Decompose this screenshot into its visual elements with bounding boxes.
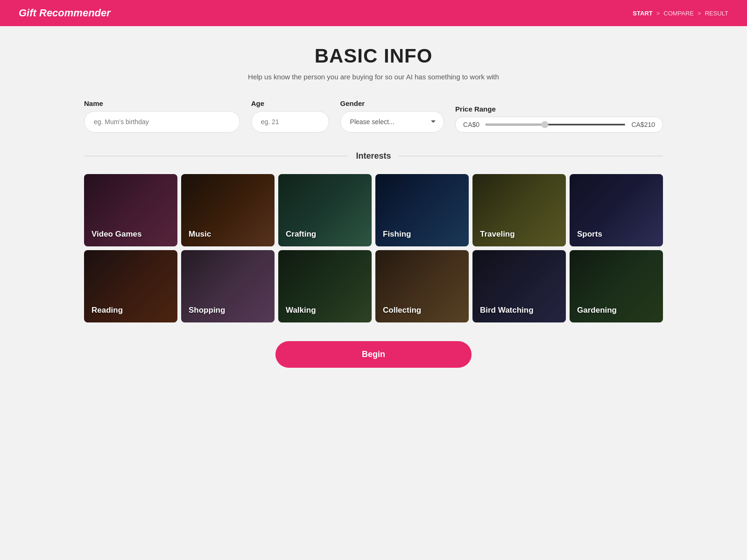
interest-label-traveling: Traveling xyxy=(472,222,566,246)
price-min-label: CA$0 xyxy=(463,121,479,128)
age-label: Age xyxy=(251,99,329,107)
interest-card-crafting[interactable]: Crafting xyxy=(278,174,372,246)
price-label: Price Range xyxy=(455,105,663,113)
app-logo: Gift Recommender xyxy=(19,7,111,19)
breadcrumb: START > COMPARE > RESULT xyxy=(633,10,728,17)
interest-label-shopping: Shopping xyxy=(181,298,275,322)
interest-label-bird-watching: Bird Watching xyxy=(472,298,566,322)
page-title: BASIC INFO xyxy=(84,45,663,67)
interest-card-gardening[interactable]: Gardening xyxy=(570,250,663,322)
interest-card-reading[interactable]: Reading xyxy=(84,250,177,322)
page-subtitle: Help us know the person you are buying f… xyxy=(84,73,663,81)
interest-label-video-games: Video Games xyxy=(84,222,177,246)
breadcrumb-start: START xyxy=(633,10,652,17)
interest-card-bird-watching[interactable]: Bird Watching xyxy=(472,250,566,322)
interest-card-collecting[interactable]: Collecting xyxy=(375,250,469,322)
form-row: Name Age Gender Please select... Male Fe… xyxy=(84,99,663,133)
interest-label-sports: Sports xyxy=(570,222,663,246)
interest-grid: Video GamesMusicCraftingFishingTraveling… xyxy=(84,174,663,322)
breadcrumb-sep2: > xyxy=(698,10,701,17)
breadcrumb-result[interactable]: RESULT xyxy=(705,10,728,17)
main-content: BASIC INFO Help us know the person you a… xyxy=(75,26,672,396)
interest-card-sports[interactable]: Sports xyxy=(570,174,663,246)
divider-right xyxy=(399,156,663,156)
app-header: Gift Recommender START > COMPARE > RESUL… xyxy=(0,0,747,26)
interest-card-traveling[interactable]: Traveling xyxy=(472,174,566,246)
gender-field-group: Gender Please select... Male Female Othe… xyxy=(340,99,444,133)
interest-label-gardening: Gardening xyxy=(570,298,663,322)
interest-label-reading: Reading xyxy=(84,298,177,322)
interest-label-music: Music xyxy=(181,222,275,246)
interest-label-collecting: Collecting xyxy=(375,298,469,322)
interests-divider: Interests xyxy=(84,151,663,161)
interests-title: Interests xyxy=(356,151,391,161)
interest-card-fishing[interactable]: Fishing xyxy=(375,174,469,246)
interest-label-crafting: Crafting xyxy=(278,222,372,246)
interest-label-walking: Walking xyxy=(278,298,372,322)
price-field-group: Price Range CA$0 CA$210 xyxy=(455,105,663,133)
begin-button[interactable]: Begin xyxy=(275,341,472,368)
interest-card-video-games[interactable]: Video Games xyxy=(84,174,177,246)
interest-card-walking[interactable]: Walking xyxy=(278,250,372,322)
name-label: Name xyxy=(84,99,240,107)
age-input[interactable] xyxy=(251,111,329,133)
name-input[interactable] xyxy=(84,111,240,133)
divider-left xyxy=(84,156,348,156)
price-range-container: CA$0 CA$210 xyxy=(455,117,663,133)
interest-card-shopping[interactable]: Shopping xyxy=(181,250,275,322)
interest-card-music[interactable]: Music xyxy=(181,174,275,246)
gender-label: Gender xyxy=(340,99,444,107)
breadcrumb-compare[interactable]: COMPARE xyxy=(663,10,694,17)
age-field-group: Age xyxy=(251,99,329,133)
interest-label-fishing: Fishing xyxy=(375,222,469,246)
breadcrumb-sep1: > xyxy=(656,10,660,17)
gender-select[interactable]: Please select... Male Female Other xyxy=(340,111,444,133)
price-range-slider[interactable] xyxy=(485,124,626,126)
name-field-group: Name xyxy=(84,99,240,133)
price-max-label: CA$210 xyxy=(631,121,655,128)
